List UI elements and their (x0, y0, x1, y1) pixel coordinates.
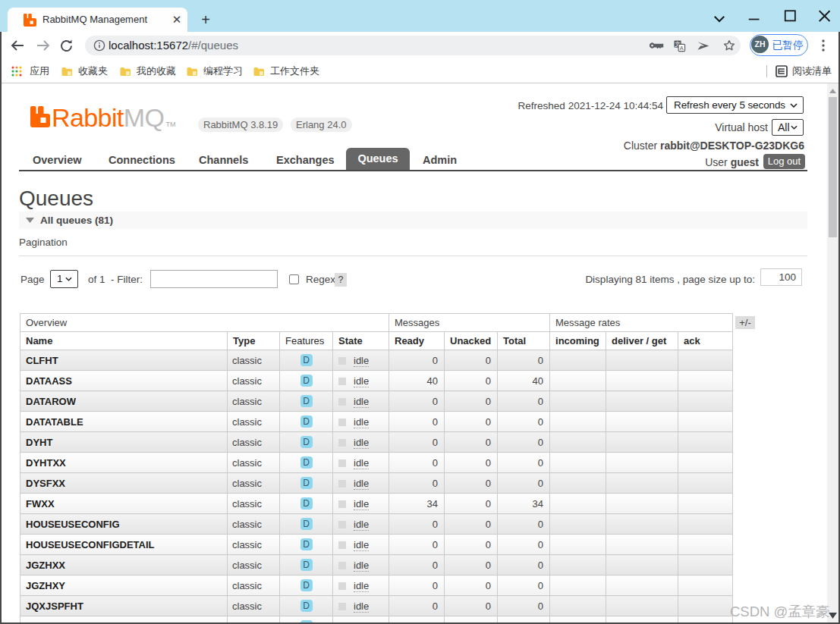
svg-text:A: A (680, 45, 684, 52)
